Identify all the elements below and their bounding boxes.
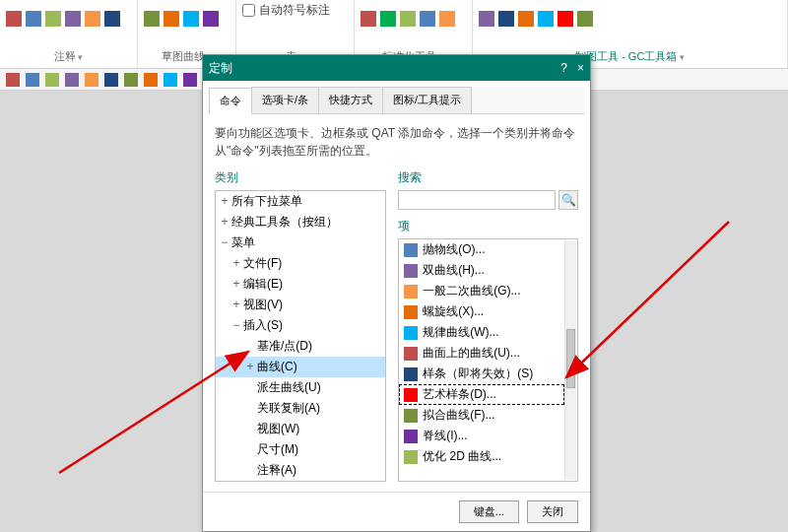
tool-icon[interactable]: [183, 11, 199, 27]
tool-icon[interactable]: [518, 11, 534, 27]
tree-row[interactable]: +曲线(C): [216, 357, 385, 377]
close-button[interactable]: 关闭: [527, 500, 578, 523]
tree-row[interactable]: −插入(S): [216, 315, 385, 336]
tree-row[interactable]: +所有下拉菜单: [216, 191, 385, 212]
tree-row[interactable]: 视图(W): [216, 419, 385, 439]
tool-icon[interactable]: [144, 11, 160, 27]
tool-icon[interactable]: [65, 11, 81, 27]
scrollbar-thumb[interactable]: [566, 329, 575, 388]
list-item[interactable]: 优化 2D 曲线...: [399, 446, 564, 467]
qa-icon[interactable]: [45, 73, 59, 87]
qa-icon[interactable]: [65, 73, 79, 87]
qa-icon[interactable]: [183, 73, 197, 87]
dialog-titlebar[interactable]: 定制 ? ×: [203, 55, 590, 81]
tool-icon[interactable]: [558, 11, 573, 27]
tree-row[interactable]: 符号(Y): [216, 481, 385, 482]
tool-icon[interactable]: [85, 11, 100, 27]
checkbox-icon[interactable]: [242, 4, 255, 17]
tree-row[interactable]: 关联复制(A): [216, 398, 385, 419]
item-label: 拟合曲线(F)...: [423, 407, 494, 424]
list-item[interactable]: 一般二次曲线(G)...: [399, 281, 564, 301]
tree-row[interactable]: 派生曲线(U): [216, 377, 385, 398]
tool-icon[interactable]: [400, 11, 416, 27]
qa-icon[interactable]: [6, 73, 20, 87]
list-item[interactable]: 规律曲线(W)...: [399, 322, 564, 343]
category-tree[interactable]: +所有下拉菜单+经典工具条（按组）−菜单+文件(F)+编辑(E)+视图(V)−插…: [215, 190, 386, 482]
item-label: 曲面上的曲线(U)...: [423, 345, 520, 362]
expand-icon[interactable]: +: [220, 194, 230, 208]
tool-icon[interactable]: [420, 11, 435, 27]
tool-icon[interactable]: [203, 11, 219, 27]
help-icon[interactable]: ?: [560, 61, 567, 75]
qa-icon[interactable]: [26, 73, 39, 87]
tool-icon[interactable]: [479, 11, 494, 27]
tool-icon[interactable]: [26, 11, 41, 27]
tree-row[interactable]: +编辑(E): [216, 274, 385, 295]
search-input[interactable]: [398, 190, 556, 210]
keyboard-button[interactable]: 键盘...: [459, 500, 519, 523]
item-icon: [404, 388, 418, 402]
ribbon-group-label[interactable]: 注释: [6, 49, 131, 66]
search-button[interactable]: 🔍: [558, 190, 578, 210]
item-icon: [404, 326, 418, 340]
item-icon: [404, 243, 418, 257]
item-label: 脊线(I)...: [423, 428, 467, 444]
item-icon: [404, 409, 418, 423]
item-label: 规律曲线(W)...: [423, 324, 498, 341]
expand-icon[interactable]: +: [231, 298, 241, 311]
tab-shortcuts[interactable]: 快捷方式: [318, 87, 383, 113]
tree-row[interactable]: 尺寸(M): [216, 439, 385, 460]
expand-icon[interactable]: +: [220, 215, 230, 229]
expand-icon[interactable]: −: [231, 318, 241, 332]
qa-icon[interactable]: [104, 73, 118, 87]
tree-row[interactable]: +文件(F): [216, 253, 385, 274]
item-label: 双曲线(H)...: [423, 262, 485, 279]
expand-icon[interactable]: −: [220, 235, 230, 249]
tree-row[interactable]: +经典工具条（按组）: [216, 212, 385, 233]
tab-commands[interactable]: 命令: [209, 88, 252, 114]
ribbon-icons-annot: [6, 2, 131, 35]
list-item[interactable]: 拟合曲线(F)...: [399, 405, 564, 426]
expand-icon[interactable]: +: [231, 256, 241, 270]
list-item[interactable]: 样条（即将失效）(S): [399, 364, 564, 384]
tool-icon[interactable]: [380, 11, 396, 27]
tool-icon[interactable]: [538, 11, 554, 27]
tab-tabstrips[interactable]: 选项卡/条: [251, 87, 319, 113]
tool-icon[interactable]: [6, 11, 22, 27]
tool-icon[interactable]: [577, 11, 593, 27]
list-item[interactable]: 脊线(I)...: [399, 426, 564, 446]
tool-icon[interactable]: [104, 11, 120, 27]
auto-symbol-checkbox[interactable]: 自动符号标注: [242, 2, 348, 19]
list-item[interactable]: 曲面上的曲线(U)...: [399, 343, 564, 364]
close-icon[interactable]: ×: [577, 61, 584, 75]
list-item[interactable]: 艺术样条(D)...: [399, 384, 564, 405]
item-icon: [404, 305, 418, 319]
list-item[interactable]: 抛物线(O)...: [399, 239, 564, 260]
tab-icons[interactable]: 图标/工具提示: [382, 87, 472, 113]
item-icon: [404, 367, 418, 381]
item-icon: [404, 347, 418, 361]
expand-icon[interactable]: +: [231, 277, 241, 291]
search-label: 搜索: [398, 169, 578, 186]
tool-icon[interactable]: [45, 11, 61, 27]
tree-row[interactable]: +视图(V): [216, 295, 385, 315]
magnifier-icon: 🔍: [561, 193, 576, 207]
items-list[interactable]: 抛物线(O)...双曲线(H)...一般二次曲线(G)...螺旋线(X)...规…: [398, 238, 578, 482]
scrollbar[interactable]: [564, 240, 576, 480]
qa-icon[interactable]: [164, 73, 177, 87]
item-label: 抛物线(O)...: [423, 241, 485, 258]
list-item[interactable]: 双曲线(H)...: [399, 260, 564, 281]
tool-icon[interactable]: [361, 11, 376, 27]
list-item[interactable]: 螺旋线(X)...: [399, 301, 564, 322]
tree-row[interactable]: 注释(A): [216, 460, 385, 481]
qa-icon[interactable]: [144, 73, 158, 87]
category-label: 类别: [215, 169, 386, 186]
expand-icon[interactable]: +: [245, 360, 255, 373]
qa-icon[interactable]: [85, 73, 98, 87]
tree-row[interactable]: 基准/点(D): [216, 336, 385, 357]
tool-icon[interactable]: [164, 11, 179, 27]
qa-icon[interactable]: [124, 73, 138, 87]
tool-icon[interactable]: [498, 11, 514, 27]
tool-icon[interactable]: [439, 11, 455, 27]
tree-row[interactable]: −菜单: [216, 233, 385, 253]
